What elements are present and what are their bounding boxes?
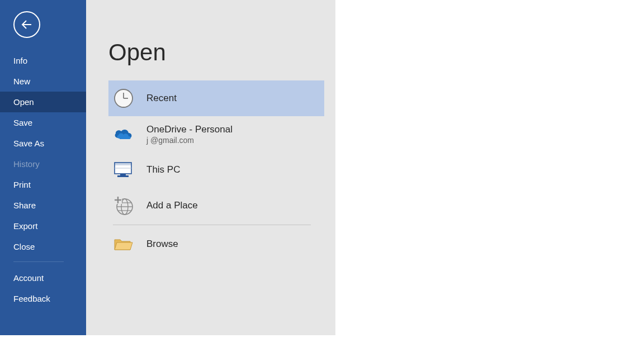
sidebar-item-print[interactable]: Print [0, 174, 86, 195]
browse-folder-icon [113, 234, 134, 255]
location-label: OneDrive - Personal [146, 124, 233, 135]
recent-icon [113, 88, 134, 109]
location-divider [113, 225, 311, 225]
back-arrow-icon [20, 18, 34, 31]
sidebar-item-new[interactable]: New [0, 71, 86, 92]
back-button[interactable] [13, 11, 40, 38]
sidebar-item-open[interactable]: Open [0, 92, 86, 112]
panel-heading: Open [108, 39, 335, 66]
sidebar-item-save-as[interactable]: Save As [0, 133, 86, 154]
location-browse[interactable]: Browse [108, 226, 324, 262]
location-label: Recent [146, 93, 177, 104]
sidebar-item-feedback[interactable]: Feedback [0, 288, 86, 309]
location-onedrive[interactable]: OneDrive - Personal j @gmail.com [108, 116, 324, 152]
location-label: Browse [146, 239, 178, 250]
sidebar-item-close[interactable]: Close [0, 236, 86, 257]
location-label: This PC [146, 164, 180, 175]
location-label: Add a Place [146, 200, 198, 211]
sidebar-item-history: History [0, 154, 86, 174]
sidebar-divider [13, 261, 64, 262]
location-sublabel: j @gmail.com [146, 136, 233, 145]
sidebar-item-account[interactable]: Account [0, 268, 86, 288]
svg-rect-7 [120, 174, 126, 175]
sidebar-item-info[interactable]: Info [0, 50, 86, 71]
sidebar-item-share[interactable]: Share [0, 195, 86, 216]
location-recent[interactable]: Recent [108, 80, 324, 116]
location-this-pc[interactable]: This PC [108, 152, 324, 188]
backstage-view: Info New Open Save Save As History Print… [0, 0, 335, 335]
svg-rect-8 [117, 175, 129, 177]
sidebar-item-export[interactable]: Export [0, 216, 86, 236]
location-add-place[interactable]: Add a Place [108, 188, 324, 223]
open-locations: Recent OneDrive - Personal j @gmail.com [108, 80, 324, 262]
this-pc-icon [113, 159, 134, 180]
svg-rect-5 [115, 163, 131, 165]
open-panel: Open Recent [86, 0, 335, 335]
backstage-sidebar: Info New Open Save Save As History Print… [0, 0, 86, 335]
onedrive-icon [113, 123, 134, 145]
add-place-icon [113, 195, 134, 216]
sidebar-item-save[interactable]: Save [0, 112, 86, 133]
